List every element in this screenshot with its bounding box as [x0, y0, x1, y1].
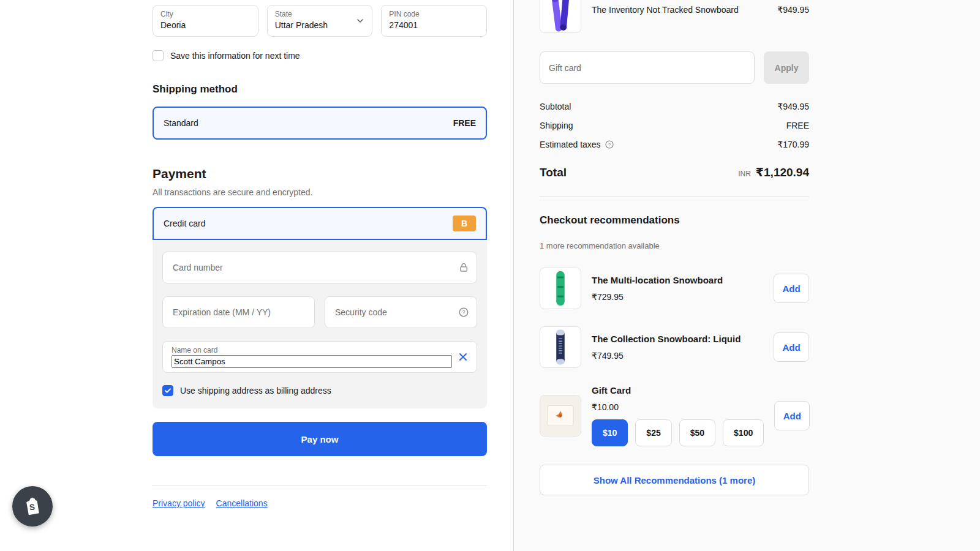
lock-icon [458, 262, 469, 273]
line-item: The Inventory Not Tracked Snowboard ₹949… [540, 0, 809, 33]
recommendation-title: The Collection Snowboard: Liquid [592, 334, 763, 344]
order-summary-column: The Inventory Not Tracked Snowboard ₹949… [513, 0, 980, 551]
total-label: Total [540, 166, 567, 179]
payment-heading: Payment [153, 167, 487, 181]
total-currency: INR [738, 170, 751, 178]
shipping-option-standard[interactable]: Standard FREE [153, 107, 487, 140]
denomination-50[interactable]: $50 [679, 419, 715, 446]
save-info-checkbox[interactable] [153, 50, 164, 61]
shipping-method-heading: Shipping method [153, 83, 487, 96]
shipping-row: Shipping FREE [540, 121, 809, 130]
product-image-gift-card [540, 395, 581, 437]
privacy-policy-link[interactable]: Privacy policy [153, 498, 205, 508]
credit-card-label: Credit card [164, 219, 205, 228]
svg-text:?: ? [608, 142, 611, 148]
security-code-input[interactable] [334, 307, 452, 318]
security-code-box[interactable]: ? [325, 296, 477, 328]
shipping-value: FREE [786, 121, 809, 130]
save-info-label: Save this information for next time [170, 51, 300, 61]
show-all-recommendations-button[interactable]: Show All Recommendations (1 more) [540, 465, 809, 495]
add-multi-location-button[interactable]: Add [774, 274, 809, 303]
add-collection-liquid-button[interactable]: Add [774, 332, 809, 362]
recommendations-subheading: 1 more recommendation available [540, 241, 809, 250]
address-fields-row: City State Uttar Pradesh PIN code [153, 5, 487, 37]
recommendations-heading: Checkout recommendations [540, 214, 809, 227]
state-select[interactable]: State Uttar Pradesh [267, 5, 373, 37]
recommendation-title: The Multi-location Snowboard [592, 275, 763, 285]
billing-address-checkbox[interactable] [162, 385, 173, 396]
total-value: ₹1,120.94 [756, 166, 809, 179]
city-field-label: City [160, 10, 251, 19]
denomination-100[interactable]: $100 [723, 419, 764, 446]
product-image-collection-liquid [540, 326, 581, 368]
product-image-inventory-not-tracked [540, 0, 581, 33]
line-item-title: The Inventory Not Tracked Snowboard [592, 5, 767, 15]
subtotal-row: Subtotal ₹949.95 [540, 102, 809, 111]
add-gift-card-button[interactable]: Add [774, 401, 810, 430]
svg-text:?: ? [462, 309, 465, 315]
name-on-card-label: Name on card [172, 346, 452, 355]
taxes-help-icon[interactable]: ? [605, 140, 614, 149]
summary-divider [540, 197, 809, 197]
help-icon[interactable]: ? [458, 307, 469, 318]
subtotal-label: Subtotal [540, 102, 571, 111]
city-field[interactable]: City [153, 5, 258, 37]
chevron-down-icon [356, 17, 364, 25]
state-selected-value: Uttar Pradesh [275, 20, 365, 30]
shipping-option-price: FREE [453, 118, 476, 128]
pin-code-field[interactable]: PIN code [381, 5, 487, 37]
denomination-25[interactable]: $25 [635, 419, 671, 446]
card-number-box[interactable] [162, 252, 477, 283]
expiry-security-row: ? [162, 296, 477, 328]
subtotal-value: ₹949.95 [777, 102, 809, 111]
taxes-value: ₹170.99 [777, 140, 809, 149]
denomination-10[interactable]: $10 [592, 419, 628, 446]
name-on-card-input[interactable] [172, 355, 452, 368]
denomination-chips: $10 $25 $50 $100 [592, 419, 764, 446]
payment-subtitle: All transactions are secure and encrypte… [153, 187, 487, 197]
card-number-input[interactable] [172, 262, 452, 273]
product-image-multi-location [540, 268, 581, 309]
shopify-bag-icon: S [22, 496, 43, 517]
pin-code-field-label: PIN code [389, 10, 479, 19]
recommendation-price: ₹10.00 [592, 402, 764, 412]
state-field-label: State [275, 10, 365, 19]
footer-divider [153, 485, 487, 486]
shipping-label: Shipping [540, 121, 573, 130]
gift-card-input[interactable] [540, 51, 755, 84]
taxes-row: Estimated taxes ? ₹170.99 [540, 140, 809, 149]
clear-icon[interactable] [457, 351, 469, 363]
credit-card-form-panel: ? Name on card Use shipping address a [153, 239, 487, 408]
gift-card-row: Apply [540, 51, 809, 84]
footer-links: Privacy policy Cancellations [153, 498, 487, 508]
recommendation-price: ₹749.95 [592, 351, 763, 361]
line-item-price: ₹949.95 [777, 5, 809, 15]
expiration-input[interactable] [172, 307, 290, 318]
bogus-gateway-badge: B [453, 216, 476, 231]
recommendation-gift-card: Gift Card ₹10.00 $10 $25 $50 $100 Add [540, 385, 809, 446]
billing-address-row[interactable]: Use shipping address as billing address [162, 385, 477, 396]
save-info-row[interactable]: Save this information for next time [153, 50, 487, 61]
shipping-option-name: Standard [164, 118, 198, 128]
recommendation-multi-location: The Multi-location Snowboard ₹729.95 Add [540, 268, 809, 309]
shop-assistant-button[interactable]: S [12, 486, 53, 527]
payment-method-credit-card[interactable]: Credit card B [153, 207, 487, 240]
name-on-card-box[interactable]: Name on card [162, 341, 477, 373]
recommendation-title: Gift Card [592, 385, 764, 395]
total-row: Total INR₹1,120.94 [540, 165, 809, 179]
taxes-label: Estimated taxes [540, 140, 601, 149]
svg-text:S: S [29, 503, 35, 512]
recommendation-price: ₹729.95 [592, 292, 763, 302]
pin-code-input[interactable] [389, 20, 479, 30]
apply-gift-card-button[interactable]: Apply [764, 51, 809, 84]
checkout-page: City State Uttar Pradesh PIN code Sa [0, 0, 980, 551]
pay-now-button[interactable]: Pay now [153, 422, 487, 456]
cost-summary: Subtotal ₹949.95 Shipping FREE Estimated… [540, 102, 809, 149]
billing-address-label: Use shipping address as billing address [180, 386, 331, 395]
cancellations-link[interactable]: Cancellations [216, 498, 268, 508]
checkout-main-column: City State Uttar Pradesh PIN code Sa [0, 0, 513, 551]
city-input[interactable] [160, 20, 251, 30]
expiration-box[interactable] [162, 296, 315, 328]
recommendation-collection-liquid: The Collection Snowboard: Liquid ₹749.95… [540, 326, 809, 368]
